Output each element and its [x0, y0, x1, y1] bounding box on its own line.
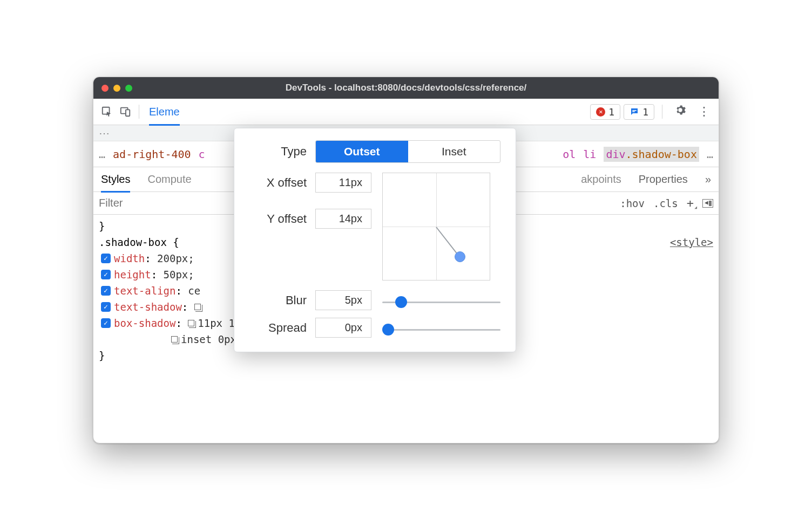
shadow-editor-icon[interactable]: [188, 320, 194, 326]
subtab-styles[interactable]: Styles: [101, 173, 130, 186]
message-icon: [630, 107, 639, 117]
spread-input[interactable]: 0px: [315, 318, 371, 338]
errors-badge[interactable]: ✕ 1: [590, 104, 620, 120]
subtab-more[interactable]: »: [705, 173, 711, 186]
settings-icon[interactable]: [670, 102, 691, 121]
window-title: DevTools - localhost:8080/docs/devtools/…: [93, 83, 719, 93]
toolbar-divider: [139, 105, 139, 119]
messages-badge[interactable]: 1: [624, 104, 654, 120]
minimize-window-button[interactable]: [113, 85, 120, 92]
property-toggle[interactable]: ✓: [101, 270, 111, 279]
shadow-editor-icon[interactable]: [194, 304, 201, 310]
traffic-lights: [93, 85, 132, 92]
blur-label: Blur: [234, 293, 315, 307]
breadcrumb-item[interactable]: ad-right-400: [113, 148, 191, 161]
titlebar: DevTools - localhost:8080/docs/devtools/…: [93, 77, 719, 99]
panel-tabs: Eleme: [149, 106, 180, 118]
type-toggle: Outset Inset: [315, 140, 500, 163]
rule-source-link[interactable]: <style>: [670, 234, 713, 250]
svg-rect-3: [632, 110, 637, 111]
breadcrumb-ellipsis: …: [707, 148, 713, 161]
rule-selector[interactable]: .shadow-box {: [99, 234, 179, 250]
spread-slider[interactable]: [382, 329, 500, 331]
toggle-sidebar-icon[interactable]: ◀: [702, 199, 713, 208]
blur-input[interactable]: 5px: [315, 290, 371, 310]
type-label: Type: [234, 145, 315, 159]
property-toggle[interactable]: ✓: [101, 318, 111, 328]
breadcrumb-item[interactable]: ol: [563, 148, 576, 161]
breadcrumb-item[interactable]: c: [199, 148, 205, 161]
blur-slider[interactable]: [382, 302, 500, 303]
svg-rect-2: [126, 110, 130, 116]
messages-count: 1: [642, 106, 648, 118]
inspect-element-icon[interactable]: [98, 102, 116, 121]
maximize-window-button[interactable]: [125, 85, 132, 92]
property-toggle[interactable]: ✓: [101, 254, 111, 263]
errors-count: 1: [608, 106, 614, 118]
more-menu-icon[interactable]: ⋮: [694, 102, 714, 121]
type-inset-button[interactable]: Inset: [408, 141, 500, 162]
breadcrumb-item[interactable]: li: [583, 148, 596, 161]
cls-button[interactable]: .cls: [653, 197, 678, 209]
svg-rect-4: [632, 111, 635, 112]
subtab-properties[interactable]: Properties: [639, 173, 688, 186]
x-offset-label: X offset: [234, 176, 315, 190]
device-toolbar-icon[interactable]: [116, 102, 134, 121]
tab-elements[interactable]: Eleme: [149, 106, 180, 118]
breadcrumb-item-selected[interactable]: div.shadow-box: [604, 147, 699, 162]
property-toggle[interactable]: ✓: [101, 302, 111, 312]
new-style-rule-button[interactable]: +: [687, 196, 694, 210]
shadow-editor-icon[interactable]: [171, 336, 178, 343]
toolbar-divider: [662, 105, 662, 119]
subtab-computed[interactable]: Compute: [147, 173, 191, 186]
error-icon: ✕: [596, 107, 605, 117]
x-offset-input[interactable]: 11px: [315, 173, 371, 193]
y-offset-input[interactable]: 14px: [315, 209, 371, 229]
y-offset-label: Y offset: [234, 212, 315, 226]
devtools-window: DevTools - localhost:8080/docs/devtools/…: [93, 77, 719, 443]
hov-button[interactable]: :hov: [620, 197, 645, 209]
close-window-button[interactable]: [102, 85, 109, 92]
type-outset-button[interactable]: Outset: [316, 141, 408, 162]
xy-offset-pad[interactable]: [382, 173, 490, 280]
property-toggle[interactable]: ✓: [101, 286, 111, 296]
shadow-editor-popover: Type Outset Inset X offset 11px Y offset…: [234, 128, 516, 352]
spread-label: Spread: [234, 321, 315, 335]
main-toolbar: Eleme ✕ 1 1 ⋮: [93, 99, 719, 125]
breadcrumb-ellipsis: …: [99, 148, 105, 161]
subtab-breakpoints[interactable]: akpoints: [581, 173, 621, 186]
